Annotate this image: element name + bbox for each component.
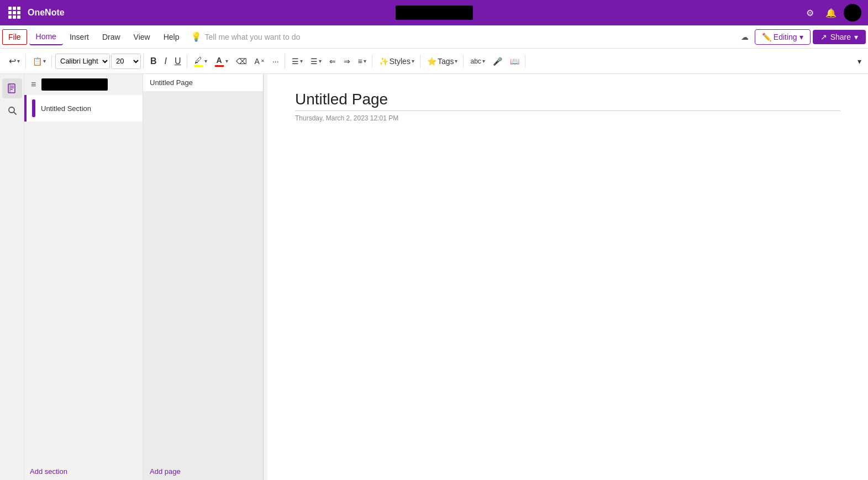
- list-group: ☰▾ ☰▾ ⇐ ⇒ ≡▾: [286, 55, 372, 68]
- italic-button[interactable]: I: [161, 54, 170, 68]
- font-size-select[interactable]: 20: [111, 54, 141, 69]
- menu-insert[interactable]: Insert: [63, 29, 96, 45]
- highlight-color-bar: [194, 65, 203, 67]
- highlight-button[interactable]: 🖊 ▾: [191, 54, 211, 69]
- clipboard-group: 📋▾: [27, 55, 52, 68]
- tags-label: Tags: [438, 57, 454, 66]
- search-bulb-icon: 💡: [191, 31, 202, 42]
- menu-help[interactable]: Help: [157, 29, 186, 45]
- styles-label: Styles: [390, 57, 411, 66]
- share-button[interactable]: ↗ Share ▾: [813, 30, 866, 44]
- editing-icon: ✏️: [762, 33, 771, 41]
- sync-icon[interactable]: ☁: [737, 29, 753, 45]
- tags-button[interactable]: ⭐ Tags ▾: [424, 55, 461, 68]
- styles-button[interactable]: ✨ Styles ▾: [376, 55, 418, 68]
- svg-rect-1: [9, 84, 10, 93]
- title-bar-right: ⚙ 🔔: [802, 4, 861, 22]
- search-box[interactable]: 💡 Tell me what you want to do: [191, 31, 737, 42]
- spell-check-button[interactable]: abc ▾: [467, 55, 488, 67]
- share-label: Share: [830, 33, 851, 41]
- notification-icon[interactable]: 🔔: [823, 4, 839, 21]
- collapse-panel-button[interactable]: ≡: [29, 77, 38, 92]
- section-item[interactable]: Untitled Section: [24, 95, 143, 122]
- page-item[interactable]: Untitled Page: [143, 74, 263, 91]
- section-name: Untitled Section: [41, 104, 91, 113]
- bullets-button[interactable]: ☰▾: [288, 55, 306, 68]
- add-page-button[interactable]: Add page: [143, 463, 263, 480]
- search-placeholder: Tell me what you want to do: [205, 33, 301, 41]
- menu-bar: File Home Insert Draw View Help 💡 Tell m…: [0, 25, 868, 49]
- svg-rect-0: [8, 84, 15, 93]
- clipboard-button[interactable]: 📋▾: [29, 55, 49, 68]
- notebook-pages-panel: ≡ Untitled Section Add section Untitled …: [24, 74, 267, 480]
- spell-group: abc ▾ 🎤 📖: [465, 55, 525, 68]
- editing-chevron-icon: ▾: [799, 33, 803, 41]
- align-button[interactable]: ≡▾: [355, 55, 370, 68]
- font-color-chevron-icon: ▾: [225, 58, 228, 64]
- undo-button[interactable]: ↩▾: [6, 54, 23, 68]
- spell-chevron-icon: ▾: [482, 58, 485, 64]
- pages-panel: Untitled Page Add page: [143, 74, 264, 480]
- title-bar: OneNote ⚙ 🔔: [0, 0, 868, 25]
- outdent-button[interactable]: ⇐: [326, 55, 339, 68]
- toolbar: ↩▾ 📋▾ Calibri Light 20 B I U 🖊 ▾ A: [0, 49, 868, 74]
- immersive-reader-button[interactable]: 📖: [507, 55, 523, 68]
- sections-header: ≡: [24, 74, 143, 95]
- waffle-icon[interactable]: [7, 5, 22, 20]
- dictate-button[interactable]: 🎤: [490, 55, 506, 68]
- notebook-name: [41, 78, 108, 91]
- left-sidebar: [0, 74, 24, 480]
- bold-button[interactable]: B: [147, 54, 160, 68]
- add-section-button[interactable]: Add section: [24, 463, 143, 480]
- more-button[interactable]: ···: [269, 55, 282, 68]
- page-title[interactable]: Untitled Page: [295, 91, 840, 111]
- app-name: OneNote: [28, 8, 65, 18]
- font-color-icon: A: [217, 56, 222, 65]
- eraser-button[interactable]: ⌫: [233, 55, 250, 68]
- section-color-bar: [32, 99, 35, 117]
- tags-icon: ⭐: [427, 57, 436, 66]
- title-bar-center-redacted: [396, 6, 473, 20]
- menu-home[interactable]: Home: [29, 29, 63, 45]
- expand-toolbar-button[interactable]: ▾: [854, 55, 865, 68]
- underline-button[interactable]: U: [171, 54, 185, 68]
- styles-icon: ✨: [379, 57, 388, 66]
- svg-line-6: [14, 112, 16, 114]
- highlight-chevron-icon: ▾: [204, 58, 207, 64]
- color-group: 🖊 ▾ A ▾ ⌫ A✕ ···: [188, 54, 285, 69]
- text-format-group: B I U: [145, 54, 187, 68]
- main-area: ≡ Untitled Section Add section Untitled …: [0, 74, 868, 480]
- menu-view[interactable]: View: [127, 29, 157, 45]
- share-chevron-icon: ▾: [854, 33, 858, 41]
- sidebar-notebooks-icon[interactable]: [2, 78, 22, 98]
- editing-label: Editing: [774, 33, 797, 41]
- highlight-icon: 🖊: [194, 56, 202, 65]
- numbered-button[interactable]: ☰▾: [307, 55, 325, 68]
- styles-group: ✨ Styles ▾: [373, 55, 420, 68]
- styles-chevron-icon: ▾: [412, 58, 414, 64]
- settings-icon[interactable]: ⚙: [802, 4, 818, 21]
- file-menu-button[interactable]: File: [2, 29, 27, 45]
- menu-draw[interactable]: Draw: [96, 29, 127, 45]
- page-datetime: Thursday, March 2, 2023 12:01 PM: [295, 114, 840, 122]
- font-select[interactable]: Calibri Light: [55, 54, 110, 69]
- clear-format-button[interactable]: A✕: [251, 55, 268, 68]
- undo-redo-group: ↩▾: [3, 54, 26, 68]
- tags-group: ⭐ Tags ▾: [422, 55, 464, 68]
- font-color-button[interactable]: A ▾: [212, 54, 232, 69]
- tags-chevron-icon: ▾: [455, 58, 457, 64]
- editing-button[interactable]: ✏️ Editing ▾: [755, 29, 811, 45]
- font-color-bar: [215, 65, 224, 67]
- share-icon: ↗: [820, 33, 827, 41]
- sidebar-search-icon[interactable]: [2, 101, 22, 120]
- sections-panel: ≡ Untitled Section Add section: [24, 74, 143, 480]
- content-area[interactable]: Untitled Page Thursday, March 2, 2023 12…: [267, 74, 868, 480]
- indent-button[interactable]: ⇒: [340, 55, 354, 68]
- right-menu-actions: ☁ ✏️ Editing ▾ ↗ Share ▾: [737, 29, 866, 45]
- user-avatar[interactable]: [844, 4, 861, 22]
- font-group: Calibri Light 20: [53, 54, 144, 69]
- spell-icon: abc: [470, 57, 481, 65]
